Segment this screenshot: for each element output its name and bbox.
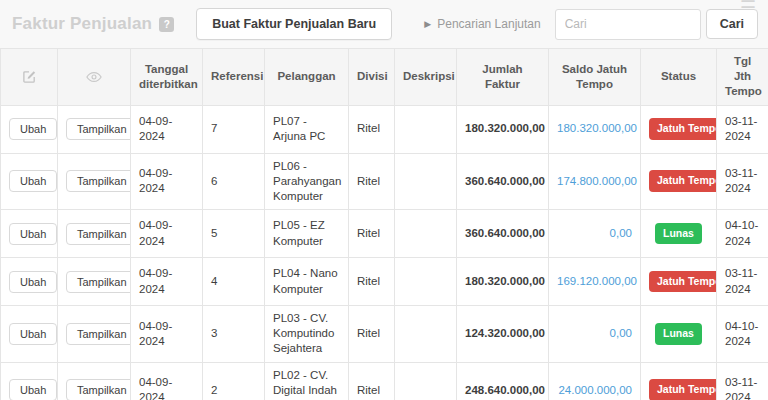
due-balance-link[interactable]: 180.320.000,00	[557, 122, 637, 134]
edit-row-button[interactable]: Ubah	[9, 118, 57, 140]
show-row-button[interactable]: Tampilkan	[66, 170, 131, 192]
eye-icon	[86, 71, 102, 83]
due-balance-link[interactable]: 0,00	[610, 327, 632, 339]
customer-cell: PL06 - Parahyangan Komputer	[265, 153, 349, 210]
description-cell	[395, 306, 457, 363]
table-row: Ubah Tampilkan 04-09-2024 7 PL07 - Arjun…	[1, 105, 768, 153]
column-header-customer: Pelanggan	[265, 49, 349, 106]
edit-row-button[interactable]: Ubah	[9, 170, 57, 192]
column-header-description: Deskripsi	[395, 49, 457, 106]
division-cell: Ritel	[349, 210, 395, 258]
status-badge: Lunas	[655, 223, 702, 245]
column-header-issued-date: Tanggal diterbitkan	[131, 49, 203, 106]
issued-date-cell: 04-09-2024	[131, 258, 203, 306]
view-column-header	[58, 49, 131, 106]
show-row-button[interactable]: Tampilkan	[66, 379, 131, 400]
division-cell: Ritel	[349, 362, 395, 400]
search-button[interactable]: Cari	[706, 9, 758, 39]
show-row-button[interactable]: Tampilkan	[66, 271, 131, 293]
column-header-division: Divisi	[349, 49, 395, 106]
division-cell: Ritel	[349, 306, 395, 363]
due-balance-link[interactable]: 174.800.000,00	[557, 175, 637, 187]
status-badge: Jatuh Tempo	[649, 118, 717, 140]
table-row: Ubah Tampilkan 04-09-2024 5 PL05 - EZ Ko…	[1, 210, 768, 258]
customer-cell: PL05 - EZ Komputer	[265, 210, 349, 258]
invoice-table-body: Ubah Tampilkan 04-09-2024 7 PL07 - Arjun…	[1, 105, 768, 400]
due-date-cell: 04-10-2024	[717, 306, 768, 363]
division-cell: Ritel	[349, 153, 395, 210]
search-input[interactable]	[555, 9, 701, 40]
table-row: Ubah Tampilkan 04-09-2024 6 PL06 - Parah…	[1, 153, 768, 210]
column-header-status: Status	[641, 49, 717, 106]
status-badge: Jatuh Tempo	[649, 170, 717, 192]
edit-row-button[interactable]: Ubah	[9, 223, 57, 245]
due-date-cell: 03-11-2024	[717, 362, 768, 400]
invoice-amount-cell: 180.320.000,00	[457, 105, 549, 153]
due-balance-link[interactable]: 24.000.000,00	[558, 384, 632, 396]
issued-date-cell: 04-09-2024	[131, 153, 203, 210]
column-header-invoice-amount: Jumlah Faktur	[457, 49, 549, 106]
table-header-row: Tanggal diterbitkan Referensi Pelanggan …	[1, 49, 768, 106]
reference-cell: 5	[203, 210, 265, 258]
edit-row-button[interactable]: Ubah	[9, 271, 57, 293]
column-header-reference: Referensi	[203, 49, 265, 106]
advanced-search-label: Pencarian Lanjutan	[437, 17, 540, 31]
hamburger-icon[interactable]: ☰	[740, 0, 756, 11]
issued-date-cell: 04-09-2024	[131, 362, 203, 400]
description-cell	[395, 105, 457, 153]
edit-row-button[interactable]: Ubah	[9, 323, 57, 345]
division-cell: Ritel	[349, 105, 395, 153]
issued-date-cell: 04-09-2024	[131, 306, 203, 363]
description-cell	[395, 258, 457, 306]
invoice-amount-cell: 180.320.000,00	[457, 258, 549, 306]
due-date-cell: 04-10-2024	[717, 210, 768, 258]
issued-date-cell: 04-09-2024	[131, 105, 203, 153]
customer-cell: PL04 - Nano Komputer	[265, 258, 349, 306]
description-cell	[395, 362, 457, 400]
create-invoice-button[interactable]: Buat Faktur Penjualan Baru	[196, 8, 392, 40]
show-row-button[interactable]: Tampilkan	[66, 323, 131, 345]
show-row-button[interactable]: Tampilkan	[66, 223, 131, 245]
advanced-search-toggle[interactable]: ▶ Pencarian Lanjutan	[424, 17, 540, 31]
customer-cell: PL02 - CV. Digital Indah Jaya	[265, 362, 349, 400]
show-row-button[interactable]: Tampilkan	[66, 118, 131, 140]
table-row: Ubah Tampilkan 04-09-2024 4 PL04 - Nano …	[1, 258, 768, 306]
due-date-cell: 03-11-2024	[717, 258, 768, 306]
invoice-amount-cell: 360.640.000,00	[457, 210, 549, 258]
due-balance-link[interactable]: 0,00	[610, 227, 632, 239]
issued-date-cell: 04-09-2024	[131, 210, 203, 258]
division-cell: Ritel	[349, 258, 395, 306]
edit-row-button[interactable]: Ubah	[9, 379, 57, 400]
column-header-due-balance: Saldo Jatuh Tempo	[549, 49, 641, 106]
invoice-table: Tanggal diterbitkan Referensi Pelanggan …	[0, 48, 768, 400]
status-badge: Jatuh Tempo	[649, 271, 717, 293]
reference-cell: 7	[203, 105, 265, 153]
edit-icon	[22, 69, 37, 84]
description-cell	[395, 153, 457, 210]
table-row: Ubah Tampilkan 04-09-2024 2 PL02 - CV. D…	[1, 362, 768, 400]
reference-cell: 6	[203, 153, 265, 210]
reference-cell: 4	[203, 258, 265, 306]
topbar: Faktur Penjualan ? Buat Faktur Penjualan…	[0, 0, 768, 48]
reference-cell: 3	[203, 306, 265, 363]
due-balance-link[interactable]: 169.120.000,00	[557, 275, 637, 287]
customer-cell: PL03 - CV. Komputindo Sejahtera	[265, 306, 349, 363]
due-date-cell: 03-11-2024	[717, 153, 768, 210]
edit-column-header	[1, 49, 58, 106]
invoice-amount-cell: 360.640.000,00	[457, 153, 549, 210]
page-title: Faktur Penjualan	[12, 14, 152, 34]
table-row: Ubah Tampilkan 04-09-2024 3 PL03 - CV. K…	[1, 306, 768, 363]
due-date-cell: 03-11-2024	[717, 105, 768, 153]
invoice-amount-cell: 124.320.000,00	[457, 306, 549, 363]
invoice-amount-cell: 248.640.000,00	[457, 362, 549, 400]
caret-right-icon: ▶	[424, 19, 431, 29]
status-badge: Lunas	[655, 323, 702, 345]
status-badge: Jatuh Tempo	[649, 379, 717, 400]
customer-cell: PL07 - Arjuna PC	[265, 105, 349, 153]
description-cell	[395, 210, 457, 258]
reference-cell: 2	[203, 362, 265, 400]
column-header-due-date: Tgl Jth Tempo	[717, 49, 768, 106]
help-icon[interactable]: ?	[159, 17, 174, 32]
